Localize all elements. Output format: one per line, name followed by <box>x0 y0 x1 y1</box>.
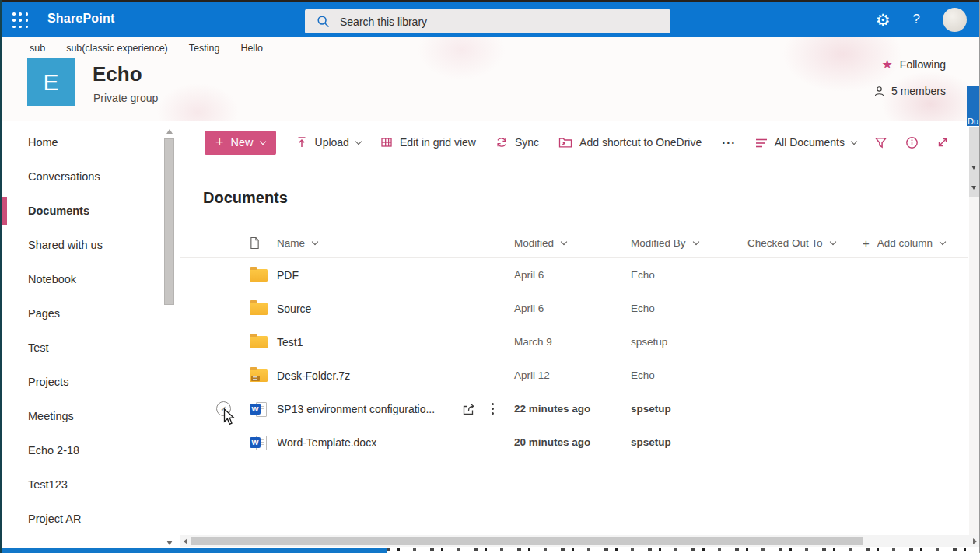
hub-nav-link[interactable]: sub(classic experience) <box>66 43 168 54</box>
command-bar: + New Upload Edit in grid view <box>180 123 968 162</box>
sidebar-item-home[interactable]: Home <box>2 125 180 159</box>
sidebar-item-test[interactable]: Test <box>2 331 180 365</box>
header-divider <box>2 121 979 121</box>
sidebar-item-notebook[interactable]: Notebook <box>2 262 180 296</box>
modified-by-cell: spsetup <box>631 436 747 448</box>
following-button[interactable]: ★ Following <box>882 58 946 71</box>
suite-bar: SharePoint Search this library ⚙ ? <box>2 2 979 37</box>
file-name-link[interactable]: Test1 <box>277 336 303 348</box>
sidebar-item-test1234[interactable]: Test1234 <box>2 536 180 547</box>
search-icon <box>317 15 330 28</box>
sync-button[interactable]: Sync <box>495 136 539 149</box>
archive-folder-icon <box>250 369 268 382</box>
view-list-icon <box>755 136 768 149</box>
column-header-name[interactable]: Name <box>277 237 317 249</box>
sharepoint-library-page: SharePoint Search this library ⚙ ? sub s… <box>0 0 980 553</box>
sidebar-item-conversations[interactable]: Conversations <box>2 159 180 194</box>
library-content: + New Upload Edit in grid view <box>180 121 968 535</box>
members-button[interactable]: 5 members <box>873 85 946 97</box>
account-avatar[interactable] <box>943 8 967 32</box>
column-header-modified[interactable]: Modified <box>514 237 631 249</box>
upload-button[interactable]: Upload <box>296 136 361 149</box>
modified-by-cell: spsetup <box>631 403 747 415</box>
table-row[interactable]: ✓ W SP13 environment configuratio... 22 … <box>180 392 968 425</box>
app-title: SharePoint <box>47 12 114 26</box>
sidebar-item-test123[interactable]: Test123 <box>2 467 180 502</box>
new-button[interactable]: + New <box>205 131 276 155</box>
filter-icon[interactable] <box>874 136 887 149</box>
modified-cell: April 12 <box>514 369 631 381</box>
file-name-link[interactable]: Desk-Folder.7z <box>277 369 350 382</box>
table-row[interactable]: ✓ PDF April 6 Echo <box>180 258 968 292</box>
hub-nav-link[interactable]: Hello <box>240 43 263 54</box>
sidebar-scroll-down-icon[interactable] <box>166 541 173 545</box>
modified-cell: April 6 <box>514 269 631 281</box>
hub-nav-link[interactable]: sub <box>30 43 45 54</box>
content-horizontal-scrollbar[interactable] <box>180 535 980 547</box>
sidebar-item-projects[interactable]: Projects <box>2 365 180 399</box>
sidebar-item-shared-with-us[interactable]: Shared with us <box>2 228 180 262</box>
settings-gear-icon[interactable]: ⚙ <box>876 12 891 28</box>
sidebar-item-documents[interactable]: Documents <box>2 194 180 228</box>
page-vertical-scrollbar[interactable] <box>969 127 979 535</box>
members-label: 5 members <box>891 85 946 97</box>
add-column-button[interactable]: + Add column <box>863 236 945 250</box>
search-placeholder: Search this library <box>340 16 427 28</box>
document-list: ✓ PDF April 6 Echo ✓ Source <box>180 257 968 459</box>
view-selector-button[interactable]: All Documents <box>755 136 856 149</box>
share-icon[interactable] <box>461 403 475 415</box>
document-type-column-icon[interactable] <box>250 236 260 250</box>
more-commands-button[interactable]: ··· <box>722 136 736 149</box>
table-row[interactable]: ✓ Desk-Folder.7z April 12 Echo <box>180 359 968 392</box>
modified-by-cell: Echo <box>631 269 747 281</box>
file-name-link[interactable]: SP13 environment configuratio... <box>277 403 435 415</box>
expand-icon[interactable] <box>936 136 949 149</box>
file-name-link[interactable]: PDF <box>277 269 299 282</box>
sidebar-item-project-ar[interactable]: Project AR <box>2 502 180 536</box>
chevron-down-icon <box>355 138 362 144</box>
clipped-text-fragments <box>387 548 970 551</box>
hub-nav: sub sub(classic experience) Testing Hell… <box>30 43 263 54</box>
table-row[interactable]: ✓ Source April 6 Echo <box>180 292 968 325</box>
edit-grid-view-button[interactable]: Edit in grid view <box>380 136 476 149</box>
sidebar-scrollbar-thumb[interactable] <box>164 138 174 305</box>
info-icon[interactable] <box>905 136 919 149</box>
grid-icon <box>380 136 393 149</box>
sync-icon <box>495 136 508 149</box>
horizontal-scrollbar-thumb[interactable] <box>191 537 863 545</box>
more-actions-icon[interactable] <box>492 403 494 414</box>
upload-icon <box>296 136 308 149</box>
modified-by-cell: spsetup <box>631 336 747 348</box>
site-title: Echo <box>93 62 142 86</box>
scroll-right-icon[interactable] <box>973 538 977 544</box>
help-icon[interactable]: ? <box>913 12 920 27</box>
table-row[interactable]: ✓ Test1 March 9 spsetup <box>180 325 968 359</box>
sidebar-item-pages[interactable]: Pages <box>2 296 180 331</box>
app-launcher-icon[interactable] <box>12 12 29 29</box>
chevron-down-icon <box>940 238 946 244</box>
following-label: Following <box>900 58 946 71</box>
library-title: Documents <box>203 189 288 207</box>
column-header-checked-out[interactable]: Checked Out To <box>747 237 863 249</box>
chevron-down-icon <box>259 138 265 144</box>
search-input[interactable]: Search this library <box>305 9 670 33</box>
hub-nav-link[interactable]: Testing <box>189 43 220 54</box>
file-name-link[interactable]: Word-Template.docx <box>277 436 376 449</box>
folder-shortcut-icon <box>558 137 572 149</box>
frame-border-left <box>0 0 2 553</box>
column-header-modified-by[interactable]: Modified By <box>631 237 747 249</box>
sidebar-item-echo-2-18[interactable]: Echo 2-18 <box>2 433 180 467</box>
chevron-down-icon <box>561 238 567 244</box>
mouse-cursor <box>223 408 235 425</box>
chevron-down-icon <box>312 238 318 244</box>
scroll-left-icon[interactable] <box>184 538 187 544</box>
file-name-link[interactable]: Source <box>277 303 311 315</box>
sidebar-item-meetings[interactable]: Meetings <box>2 399 180 433</box>
site-privacy-label: Private group <box>93 92 158 104</box>
add-shortcut-onedrive-button[interactable]: Add shortcut to OneDrive <box>558 136 702 149</box>
frame-border-top <box>0 0 980 2</box>
table-row[interactable]: ✓ W Word-Template.docx 20 minutes ago sp… <box>180 425 968 459</box>
site-logo[interactable]: E <box>27 58 75 106</box>
table-header: Name Modified Modified By Checked Out To… <box>180 229 968 257</box>
sidebar-scroll-up-icon[interactable] <box>166 129 173 134</box>
